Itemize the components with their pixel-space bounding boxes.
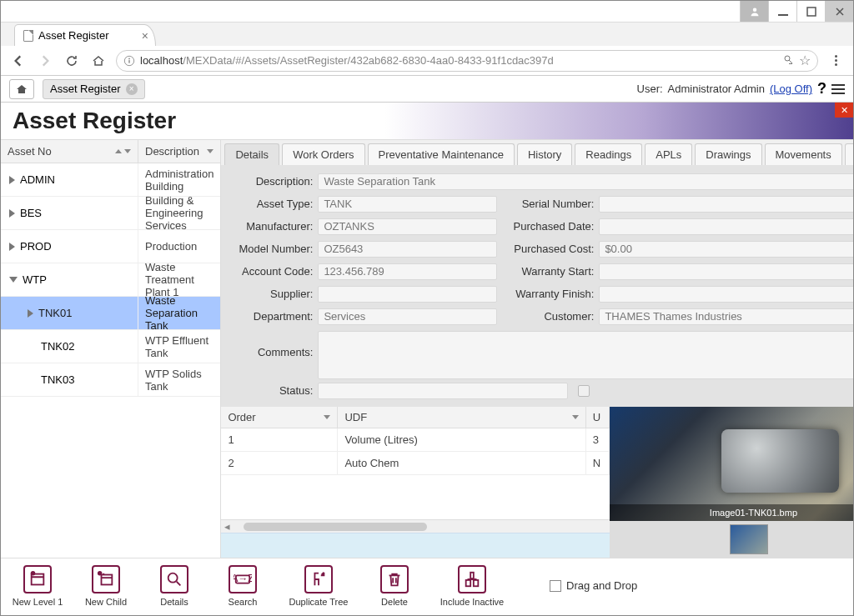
input-warranty-start[interactable] (599, 263, 854, 280)
tab-work-orders[interactable]: Work Orders (282, 143, 364, 165)
close-page-button[interactable]: ✕ (835, 103, 853, 118)
input-status[interactable] (318, 383, 568, 399)
udf-row[interactable]: 1Volume (Litres)3 (221, 428, 609, 452)
address-bar[interactable]: localhost/MEXData/#/Assets/AssetRegister… (116, 50, 818, 72)
tab-preventative-maintenance[interactable]: Preventative Maintenance (368, 143, 515, 165)
input-comments[interactable] (318, 331, 854, 379)
input-purchased-date[interactable] (599, 218, 854, 235)
tree-row[interactable]: ADMINAdministration Building (1, 163, 220, 197)
asset-tree-pane: Asset No Description ADMINAdministration… (1, 140, 221, 558)
input-warranty-finish[interactable] (599, 286, 854, 303)
udf-col-order[interactable]: Order (221, 407, 338, 428)
main-content: Asset No Description ADMINAdministration… (1, 139, 853, 558)
tree-body[interactable]: ADMINAdministration BuildingBESBuilding … (1, 163, 220, 558)
tree-col-assetno[interactable]: Asset No (1, 140, 138, 163)
udf-body[interactable]: 1Volume (Litres)32Auto ChemN (221, 428, 609, 519)
details-pane: DetailsWork OrdersPreventative Maintenan… (221, 140, 854, 558)
input-model[interactable]: OZ5643 (318, 241, 497, 258)
home-button[interactable] (89, 52, 108, 70)
new-child-button[interactable]: New Child (81, 565, 131, 607)
window-titlebar (1, 1, 853, 23)
lower-split: Order UDF U 1Volume (Litres)32Auto ChemN… (221, 407, 854, 558)
info-icon (123, 55, 135, 67)
tab-drawings[interactable]: Drawings (695, 143, 761, 165)
key-icon[interactable] (784, 55, 794, 67)
tab-readings[interactable]: Readings (575, 143, 642, 165)
drag-drop-toggle[interactable]: Drag and Drop (550, 579, 637, 592)
forward-button[interactable] (36, 52, 54, 70)
udf-col-udf[interactable]: UDF (338, 407, 585, 428)
udf-scrollbar[interactable]: ◂ (221, 519, 609, 533)
tab-title: Asset Register (38, 29, 109, 42)
status-checkbox[interactable] (578, 385, 590, 397)
input-supplier[interactable] (318, 286, 497, 303)
svg-rect-1 (778, 14, 788, 16)
tab-cos[interactable]: Cos (845, 143, 854, 165)
svg-point-8 (32, 571, 35, 574)
new-level1-button[interactable]: New Level 1 (13, 565, 63, 607)
breadcrumb[interactable]: Asset Register × (43, 79, 145, 99)
input-account[interactable]: 123.456.789 (318, 263, 497, 280)
input-customer[interactable]: THAMES Thames Industries (599, 308, 854, 325)
app-toolbar: Asset Register × User: Administrator Adm… (1, 76, 853, 103)
udf-col-u[interactable]: U (586, 407, 610, 428)
url-text: localhost/MEXData/#/Assets/AssetRegister… (140, 54, 779, 67)
tab-history[interactable]: History (517, 143, 572, 165)
input-department[interactable]: Services (318, 308, 497, 325)
label-account: Account Code: (229, 265, 313, 278)
details-button[interactable]: Details (149, 565, 199, 607)
bookmark-icon[interactable]: ☆ (799, 53, 811, 68)
help-icon[interactable]: ? (817, 80, 826, 98)
drag-drop-checkbox[interactable] (550, 580, 561, 592)
search-button[interactable]: A→ZSearch (218, 565, 268, 607)
maximize-button[interactable] (796, 1, 825, 22)
browser-tab[interactable]: Asset Register × (14, 24, 156, 46)
breadcrumb-close-icon[interactable]: × (126, 83, 138, 95)
app-home-button[interactable] (9, 79, 34, 99)
input-asset-type[interactable]: TANK (318, 196, 497, 213)
svg-text:A→Z: A→Z (234, 572, 252, 583)
menu-button[interactable] (826, 52, 845, 70)
delete-button[interactable]: Delete (369, 565, 419, 607)
page-title: Asset Register (13, 108, 176, 134)
tree-col-desc[interactable]: Description (138, 140, 220, 163)
include-inactive-button[interactable]: Include Inactive (438, 565, 506, 607)
window-close-button[interactable] (825, 1, 853, 22)
user-name: Administrator Admin (668, 83, 765, 95)
bottom-toolbar: New Level 1 New Child Details A→ZSearch … (1, 558, 853, 613)
tree-row[interactable]: TNK01Waste Separation Tank (1, 297, 220, 330)
reload-button[interactable] (63, 52, 81, 70)
label-purchased-cost: Purchased Cost: (502, 243, 594, 255)
tree-header: Asset No Description (1, 140, 220, 163)
app-menu-icon[interactable] (831, 84, 845, 94)
tree-row[interactable]: TNK03WTP Solids Tank (1, 363, 220, 397)
input-manufacturer[interactable]: OZTANKS (318, 218, 497, 235)
image-panel: Image01-TNK01.bmp (610, 407, 854, 558)
logoff-link[interactable]: (Log Off) (770, 83, 812, 95)
svg-rect-2 (807, 8, 816, 16)
label-department: Department: (229, 310, 313, 323)
tree-row[interactable]: TNK02WTP Effluent Tank (1, 330, 220, 363)
label-customer: Customer: (502, 310, 594, 323)
duplicate-tree-button[interactable]: Duplicate Tree (286, 565, 351, 607)
tab-apls[interactable]: APLs (645, 143, 692, 165)
tab-details[interactable]: Details (224, 143, 279, 165)
tree-row[interactable]: BESBuilding & Engineering Services (1, 197, 220, 230)
tab-movements[interactable]: Movements (765, 143, 842, 165)
image-thumbnails[interactable] (610, 521, 854, 558)
tree-row[interactable]: WTPWaste Treatment Plant 1 (1, 263, 220, 297)
user-icon[interactable] (740, 1, 768, 22)
browser-toolbar: localhost/MEXData/#/Assets/AssetRegister… (1, 46, 853, 76)
input-serial[interactable] (599, 196, 854, 213)
back-button[interactable] (9, 52, 28, 70)
tab-close-icon[interactable]: × (142, 29, 148, 43)
svg-point-0 (752, 8, 756, 12)
svg-rect-15 (466, 579, 471, 585)
page-header: Asset Register ✕ (1, 103, 853, 139)
udf-row[interactable]: 2Auto ChemN (221, 452, 609, 475)
input-description[interactable]: Waste Separation Tank (318, 173, 854, 190)
minimize-button[interactable] (768, 1, 796, 22)
tree-row[interactable]: PRODProduction (1, 230, 220, 263)
browser-tab-strip: Asset Register × (1, 23, 853, 46)
input-purchased-cost[interactable]: $0.00 (599, 241, 854, 258)
